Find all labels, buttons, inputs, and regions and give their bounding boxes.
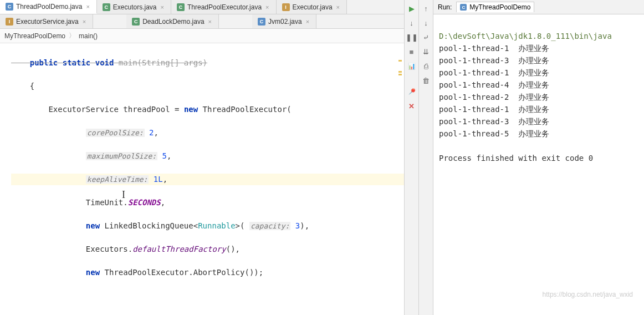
close-icon[interactable]: ×: [335, 4, 341, 11]
run-label: Run:: [438, 3, 452, 11]
console-line: pool-1-thread-3 办理业务: [439, 56, 549, 65]
code-text: >(: [236, 221, 249, 230]
param-hint: capacity:: [249, 222, 290, 230]
interface-icon: I: [6, 18, 13, 26]
code-text: ThreadPoolExecutor.AbortPolicy());: [100, 268, 263, 277]
close-icon[interactable]: ×: [207, 18, 213, 25]
console-cmd: D:\devSoft\Java\jdk1.8.0_111\bin\java: [439, 32, 612, 40]
code-text: (),: [226, 245, 240, 253]
run-tab-name: MyThreadPoolDemo: [469, 3, 530, 11]
console-line: pool-1-thread-1 办理业务: [439, 68, 549, 77]
run-icon[interactable]: ▶: [407, 3, 417, 13]
up-icon[interactable]: ↑: [421, 3, 431, 13]
class-icon: C: [460, 4, 467, 11]
tab-threadpooldemo[interactable]: C ThreadPoolDemo.java ×: [0, 0, 97, 14]
tab-label: ThreadPoolDemo.java: [16, 3, 82, 11]
code-text: ),: [300, 221, 309, 230]
param-hint: corePoolSize:: [86, 129, 145, 137]
run-toolbar-right: ↑ ↓ ⤶ ⇊ ⎙ 🗑: [419, 0, 433, 315]
print-icon[interactable]: ⎙: [421, 61, 431, 71]
class-icon: C: [6, 3, 13, 11]
down-icon[interactable]: ↓: [407, 18, 417, 28]
tab-label: DeadLockDemo.java: [142, 18, 204, 26]
keyword-new: new: [86, 268, 100, 277]
tab-label: Executors.java: [113, 3, 157, 11]
code-text: ThreadPoolExecutor(: [198, 105, 292, 114]
tab-label: Jvm02.java: [268, 18, 302, 26]
console-line: pool-1-thread-2 办理业务: [439, 93, 549, 101]
wrap-icon[interactable]: ⤶: [421, 32, 431, 42]
code-editor[interactable]: public static void main(String[] args) {…: [0, 43, 404, 315]
static-method: defaultThreadFactory: [132, 245, 226, 253]
pin-icon[interactable]: 📍: [407, 87, 417, 96]
breadcrumb-class: MyThreadPoolDemo: [4, 32, 65, 40]
tab-row-2: I ExecutorService.java × C DeadLockDemo.…: [0, 14, 404, 29]
class-icon: C: [177, 3, 185, 11]
keyword-new: new: [184, 105, 198, 114]
breadcrumb[interactable]: MyThreadPoolDemo 〉 main(): [0, 29, 404, 43]
run-pane: ▶ ↓ ❚❚ ■ 📊 📍 ✕ ↑ ↓ ⤶ ⇊ ⎙ 🗑 Run: C MyThre…: [405, 0, 644, 315]
tab-executor[interactable]: I Executor.java ×: [277, 0, 347, 14]
console-line: pool-1-thread-5 办理业务: [439, 129, 549, 138]
tab-label: ThreadPoolExecutor.java: [187, 3, 262, 11]
editor-pane: C ThreadPoolDemo.java × C Executors.java…: [0, 0, 405, 315]
run-config-tab[interactable]: C MyThreadPoolDemo: [456, 2, 534, 12]
tab-label: ExecutorService.java: [16, 18, 79, 26]
code-text: Executors.: [11, 245, 132, 253]
code-text: ExecutorService threadPool =: [11, 105, 184, 114]
param-hint: keepAliveTime:: [86, 175, 149, 184]
tab-executorservice[interactable]: I ExecutorService.java ×: [0, 14, 93, 28]
chevron-right-icon: 〉: [69, 31, 75, 40]
tab-executors[interactable]: C Executors.java ×: [97, 0, 171, 14]
run-toolbar-left: ▶ ↓ ❚❚ ■ 📊 📍 ✕: [405, 0, 419, 315]
tab-jvm02[interactable]: C Jvm02.java ×: [252, 14, 316, 28]
monitor-icon[interactable]: 📊: [407, 61, 417, 71]
console-line: pool-1-thread-1 办理业务: [439, 105, 549, 114]
close-icon[interactable]: ×: [81, 18, 87, 25]
tab-deadlockdemo[interactable]: C DeadLockDemo.java ×: [126, 14, 219, 28]
class-icon: C: [258, 18, 265, 26]
keyword-new: new: [86, 221, 100, 230]
num-literal: 3: [290, 221, 300, 230]
tab-label: Executor.java: [293, 3, 333, 11]
close-icon[interactable]: ✕: [407, 101, 417, 111]
watermark: https://blog.csdn.net/java_wxid: [543, 291, 633, 298]
type-param: Runnable: [198, 221, 235, 230]
tab-threadpoolexecutor[interactable]: C ThreadPoolExecutor.java ×: [171, 0, 277, 14]
num-literal: 5: [157, 151, 167, 160]
stop-icon[interactable]: ■: [407, 47, 417, 57]
interface-icon: I: [282, 3, 290, 11]
class-icon: C: [132, 18, 140, 26]
scroll-icon[interactable]: ⇊: [421, 47, 431, 57]
class-icon: C: [103, 3, 110, 11]
console-output[interactable]: D:\devSoft\Java\jdk1.8.0_111\bin\java po…: [433, 14, 644, 315]
run-header: Run: C MyThreadPoolDemo: [433, 0, 644, 14]
close-icon[interactable]: ×: [264, 4, 270, 11]
pause-icon[interactable]: ❚❚: [407, 32, 417, 42]
trash-icon[interactable]: 🗑: [421, 75, 431, 85]
static-field: SECONDS: [128, 198, 161, 207]
num-literal: 2: [145, 128, 154, 137]
param-hint: maximumPoolSize:: [86, 152, 157, 160]
tab-row-1: C ThreadPoolDemo.java × C Executors.java…: [0, 0, 404, 14]
code-text: TimeUnit.: [11, 198, 128, 207]
code-text: LinkedBlockingQueue<: [100, 221, 198, 230]
console-exit: Process finished with exit code 0: [439, 154, 593, 162]
down-icon[interactable]: ↓: [421, 18, 431, 28]
run-content: Run: C MyThreadPoolDemo D:\devSoft\Java\…: [433, 0, 644, 315]
close-icon[interactable]: ×: [85, 3, 90, 10]
breadcrumb-method: main(): [79, 32, 98, 40]
console-line: pool-1-thread-3 办理业务: [439, 117, 549, 126]
close-icon[interactable]: ×: [160, 4, 165, 11]
close-icon[interactable]: ×: [305, 18, 310, 25]
num-literal: 1L: [149, 175, 162, 184]
console-line: pool-1-thread-4 办理业务: [439, 80, 549, 89]
console-line: pool-1-thread-1 办理业务: [439, 44, 549, 53]
